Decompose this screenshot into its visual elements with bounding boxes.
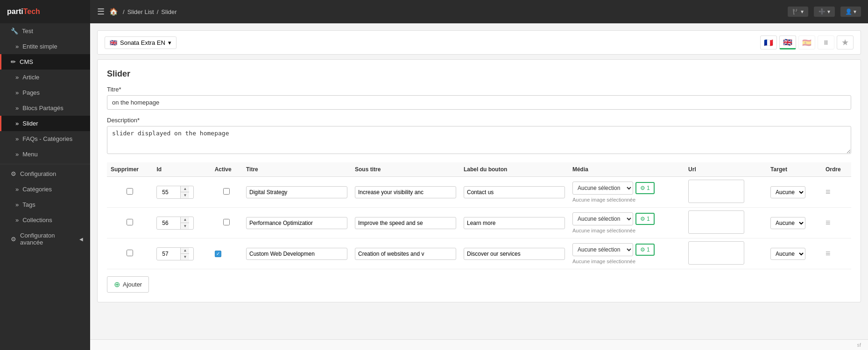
sidebar-item-label: Slider (22, 120, 38, 127)
target-select-0[interactable]: Aucune (770, 186, 805, 198)
target-select-2[interactable]: Aucune (770, 248, 805, 260)
table-row: ▲ ▼ Aucune séle (107, 177, 851, 208)
media-note-0: Aucune image sélectionnée (572, 197, 635, 203)
cell-ordre-2: ≡ (822, 238, 851, 269)
sidebar-item-blocs-partages[interactable]: » Blocs Partagés (0, 100, 90, 116)
lang-selector[interactable]: 🇬🇧 Sonata Extra EN ▾ (105, 36, 176, 49)
id-up-1[interactable]: ▲ (181, 217, 189, 223)
sous-titre-input-1[interactable] (355, 217, 456, 229)
lang-btn-es[interactable]: 🇪🇸 (798, 35, 815, 49)
sidebar-item-label: Menu (22, 151, 38, 158)
id-down-2[interactable]: ▼ (181, 254, 189, 260)
sidebar: partiTech 🔧 Test » Entite simple ✏ CMS »… (0, 0, 90, 350)
titre-input[interactable] (107, 95, 851, 110)
active-checkbox-2[interactable] (215, 251, 221, 257)
id-up-0[interactable]: ▲ (181, 186, 189, 192)
col-sous-titre: Sous titre (351, 162, 460, 177)
sidebar-item-pages[interactable]: » Pages (0, 85, 90, 100)
lang-btn-star[interactable]: ★ (837, 35, 854, 49)
label-bouton-input-1[interactable] (464, 217, 565, 229)
titre-input-2[interactable] (246, 248, 347, 260)
description-textarea[interactable]: slider displayed on the homepage (107, 126, 851, 154)
lang-btn-en[interactable]: 🇬🇧 (779, 35, 796, 49)
sidebar-item-faqs-categories[interactable]: » FAQs - Catégories (0, 131, 90, 147)
sidebar-item-menu[interactable]: » Menu (0, 147, 90, 162)
home-icon[interactable]: 🏠 (109, 7, 118, 16)
add-button[interactable]: ⊕ Ajouter (107, 276, 149, 293)
active-checkbox-0[interactable] (223, 188, 230, 195)
sidebar-item-tags[interactable]: » Tags (0, 197, 90, 212)
media-select-0[interactable]: Aucune sélection (572, 182, 633, 195)
media-note-1: Aucune image sélectionnée (572, 228, 635, 233)
cell-media-0: Aucune sélection ⚙ 1 Aucune image sélect… (569, 177, 685, 208)
hamburger-menu[interactable]: ☰ (97, 7, 105, 17)
sidebar-item-test[interactable]: 🔧 Test (0, 23, 90, 39)
delete-checkbox-2[interactable] (127, 250, 133, 256)
slider-table-container: Supprimer Id Active Titre Sous titre Lab… (107, 162, 851, 269)
media-select-2[interactable]: Aucune sélection (572, 243, 633, 256)
label-bouton-input-0[interactable] (464, 186, 565, 198)
sous-titre-input-0[interactable] (355, 186, 456, 198)
col-id: Id (153, 162, 211, 177)
media-select-1[interactable]: Aucune sélection (572, 212, 633, 225)
sidebar-item-categories[interactable]: » Catégories (0, 182, 90, 197)
arrow-icon: » (15, 120, 19, 127)
url-textarea-1[interactable] (688, 210, 744, 234)
id-down-1[interactable]: ▼ (181, 223, 189, 229)
sidebar-item-entite-simple[interactable]: » Entite simple (0, 39, 90, 54)
order-handle-1[interactable]: ≡ (826, 218, 831, 227)
cell-titre-2 (242, 238, 351, 269)
topnav-right: 🏴 ▾ ➕ ▾ 👤 ▾ (788, 7, 861, 17)
label-bouton-input-2[interactable] (464, 248, 565, 260)
order-handle-2[interactable]: ≡ (826, 249, 831, 258)
media-upload-btn-2[interactable]: ⚙ 1 (635, 244, 655, 256)
titre-input-0[interactable] (246, 186, 347, 198)
gear-icon: ⚙ (11, 170, 16, 177)
sous-titre-input-2[interactable] (355, 248, 456, 260)
arrow-icon: » (15, 201, 19, 208)
cell-active-1 (211, 208, 242, 238)
delete-checkbox-1[interactable] (127, 219, 133, 225)
sidebar-item-collections[interactable]: » Collections (0, 212, 90, 228)
page-footer: sf (90, 339, 868, 350)
sidebar-item-label: Catégories (22, 186, 52, 193)
uk-flag: 🇬🇧 (110, 39, 117, 46)
topnav: ☰ 🏠 / Slider List / Slider 🏴 ▾ ➕ ▾ 👤 ▾ (90, 0, 868, 23)
plus-dropdown-btn[interactable]: ➕ ▾ (814, 7, 834, 17)
page-content: 🇬🇧 Sonata Extra EN ▾ 🇫🇷 🇬🇧 🇪🇸 ⏸ ★ Slider… (90, 23, 868, 339)
sidebar-item-label: Test (22, 28, 33, 35)
sidebar-item-cms[interactable]: ✏ CMS (0, 54, 90, 70)
lang-btn-pause[interactable]: ⏸ (818, 35, 834, 49)
arrow-icon: » (15, 105, 19, 112)
sidebar-item-article[interactable]: » Article (0, 70, 90, 85)
breadcrumb-slider-list[interactable]: Slider List (127, 8, 154, 15)
sidebar-item-configuration-avancee[interactable]: ⚙ Configuraton avancée ◀ (0, 228, 90, 250)
cell-url-2 (685, 238, 767, 269)
cell-active-0 (211, 177, 242, 208)
id-input-1[interactable] (157, 217, 180, 229)
sidebar-item-configuration[interactable]: ⚙ Configuration (0, 166, 90, 182)
delete-checkbox-0[interactable] (127, 188, 133, 195)
flag-dropdown-btn[interactable]: 🏴 ▾ (788, 7, 808, 17)
footer-brand: sf (857, 342, 861, 348)
arrow-icon: » (15, 151, 19, 158)
lang-btn-fr[interactable]: 🇫🇷 (760, 35, 777, 49)
id-down-0[interactable]: ▼ (181, 192, 189, 198)
dropdown-arrow: ▾ (168, 39, 171, 46)
url-textarea-0[interactable] (688, 180, 744, 203)
id-up-2[interactable]: ▲ (181, 248, 189, 254)
order-handle-0[interactable]: ≡ (826, 187, 831, 196)
target-select-1[interactable]: Aucune (770, 217, 805, 229)
media-upload-btn-0[interactable]: ⚙ 1 (635, 182, 655, 194)
media-upload-btn-1[interactable]: ⚙ 1 (635, 213, 655, 225)
url-textarea-2[interactable] (688, 241, 744, 265)
cell-sous-titre-1 (351, 208, 460, 238)
id-input-0[interactable] (157, 187, 180, 198)
cell-titre-1 (242, 208, 351, 238)
active-checkbox-1[interactable] (223, 219, 230, 225)
table-header-row: Supprimer Id Active Titre Sous titre Lab… (107, 162, 851, 177)
sidebar-item-slider[interactable]: » Slider (0, 116, 90, 131)
id-input-2[interactable] (157, 248, 180, 259)
user-dropdown-btn[interactable]: 👤 ▾ (840, 7, 861, 17)
titre-input-1[interactable] (246, 217, 347, 229)
